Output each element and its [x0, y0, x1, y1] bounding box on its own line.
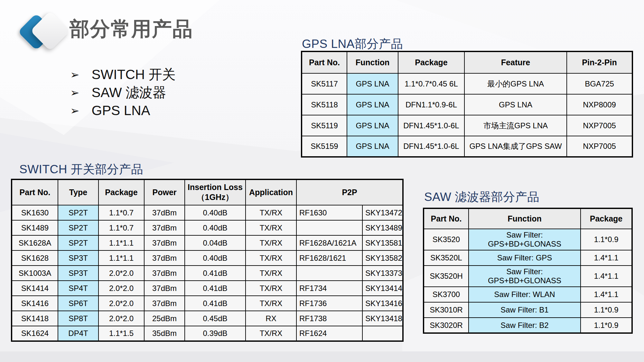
table-cell: 2.0*2.0 — [98, 296, 144, 311]
table-cell: 37dBm — [144, 220, 185, 235]
table-cell: RF1624 — [296, 326, 362, 341]
arrow-bullet-icon: ➢ — [70, 104, 79, 117]
table-cell: SK3520L — [424, 250, 469, 266]
table-cell: SP3T — [58, 266, 98, 281]
column-header: Part No. — [12, 179, 58, 205]
table-cell: SK3010R — [424, 302, 469, 318]
page-title: 部分常用产品 — [70, 15, 193, 42]
table-cell: 37dBm — [144, 235, 185, 250]
table-cell: SK5119 — [302, 115, 347, 136]
column-header: Power — [144, 179, 185, 205]
table-cell: BGA725 — [567, 73, 632, 94]
header-row: Part No. Function Package Feature Pin-2-… — [302, 51, 632, 73]
column-header: P2P — [296, 179, 403, 205]
table-cell: Saw Filter: B1 — [469, 302, 581, 318]
table-cell: 1.4*1.1 — [581, 287, 632, 302]
table-cell: 0.40dB — [185, 250, 246, 266]
bullet-label: SWITCH 开关 — [92, 66, 176, 84]
switch-table-title: SWITCH 开关部分产品 — [19, 161, 143, 177]
table-cell: SKY13418 — [362, 311, 403, 326]
table-cell: SK1489 — [12, 220, 58, 235]
column-header: Type — [58, 179, 98, 205]
table-cell: 2.0*2.0 — [98, 311, 144, 326]
table-cell: GPS LNA — [347, 136, 398, 157]
table-cell: 0.40dB — [185, 205, 246, 220]
table-cell: NXP7005 — [567, 136, 632, 157]
table-cell: NXP8009 — [567, 94, 632, 115]
table-cell: RX — [246, 311, 296, 326]
arrow-bullet-icon: ➢ — [70, 86, 79, 99]
table-cell: RF1628A/1621A — [296, 235, 362, 250]
table-cell: 25dBm — [144, 311, 185, 326]
table-cell: Saw Filter: GPS — [469, 250, 581, 266]
table-cell: 0.04dB — [185, 235, 246, 250]
table-cell: 2.0*2.0 — [98, 281, 144, 296]
table-row: SK5117GPS LNA1.1*0.7*0.45 6L最小的GPS LNABG… — [302, 73, 632, 94]
table-row: SK1416SP6T2.0*2.037dBm0.41dBTX/RXRF1736S… — [12, 296, 403, 311]
table-cell: GPS LNA — [347, 73, 398, 94]
column-header: Package — [581, 208, 632, 229]
table-cell: SP2T — [58, 235, 98, 250]
table-row: SK5118GPS LNADFN1.1*0.9-6LGPS LNANXP8009 — [302, 94, 632, 115]
table-row: SK3020RSaw Filter: B21.1*0.9 — [424, 318, 632, 333]
table-cell: 35dBm — [144, 326, 185, 341]
table-cell: SKY13581 — [362, 235, 403, 250]
table-cell: 市场主流GPS LNA — [464, 115, 567, 136]
table-row: SK1624DP4T1.1*1.535dBm0.39dBTX/RXRF1624 — [12, 326, 403, 341]
table-cell: 1.1*0.9 — [581, 302, 632, 318]
table-cell: SKY13489 — [362, 220, 403, 235]
table-cell: SK1628A — [12, 235, 58, 250]
table-row: SK1003ASP3T2.0*2.037dBm0.41dBTX/RXSKY133… — [12, 266, 403, 281]
table-cell: SP8T — [58, 311, 98, 326]
table-cell: 2.0*2.0 — [98, 266, 144, 281]
table-cell: DFN1.45*1.0-6L — [398, 115, 464, 136]
table-cell: TX/RX — [246, 296, 296, 311]
table-cell: SK1624 — [12, 326, 58, 341]
header-row: Part No. Type Package Power Insertion Lo… — [12, 179, 403, 205]
table-cell: RF1630 — [296, 205, 362, 220]
table-cell: SP6T — [58, 296, 98, 311]
table-cell: 1.1*1.5 — [98, 326, 144, 341]
table-row: SK1489SP2T1.1*0.737dBm0.40dBTX/RXSKY1348… — [12, 220, 403, 235]
column-header: Function — [347, 51, 398, 73]
table-cell: RF1738 — [296, 311, 362, 326]
table-cell: 1.1*0.7*0.45 6L — [398, 73, 464, 94]
saw-table-title: SAW 滤波器部分产品 — [424, 189, 539, 205]
table-cell: SP2T — [58, 205, 98, 220]
table-row: SK5119GPS LNADFN1.45*1.0-6L市场主流GPS LNANX… — [302, 115, 632, 136]
table-row: SK3520HSaw Filter: GPS+BD+GLONASS1.4*1.1 — [424, 266, 632, 287]
gps-table-title: GPS LNA部分产品 — [302, 36, 403, 52]
table-cell — [296, 220, 362, 235]
table-cell: TX/RX — [246, 281, 296, 296]
arrow-bullet-icon: ➢ — [70, 68, 79, 81]
table-cell: GPS LNA — [347, 115, 398, 136]
table-cell: Saw Filter: GPS+BD+GLONASS — [469, 266, 581, 287]
table-cell: TX/RX — [246, 205, 296, 220]
table-cell: SK1414 — [12, 281, 58, 296]
switch-table: Part No. Type Package Power Insertion Lo… — [11, 179, 404, 342]
table-cell: 1.1*1.1 — [98, 235, 144, 250]
table-cell: 37dBm — [144, 296, 185, 311]
table-cell: SK5117 — [302, 73, 347, 94]
table-cell: 0.41dB — [185, 296, 246, 311]
table-row: SK3520LSaw Filter: GPS1.4*1.1 — [424, 250, 632, 266]
table-cell: SK1630 — [12, 205, 58, 220]
table-cell: TX/RX — [246, 235, 296, 250]
table-cell: RF1628/1621 — [296, 250, 362, 266]
table-cell: SP4T — [58, 281, 98, 296]
column-header: Part No. — [424, 208, 469, 229]
column-header: Insertion Loss （1GHz） — [185, 179, 246, 205]
table-cell: Saw Filter: WLAN — [469, 287, 581, 302]
table-cell: 1.4*1.1 — [581, 250, 632, 266]
table-cell: 1.1*1.1 — [98, 250, 144, 266]
list-item: ➢ SWITCH 开关 — [70, 66, 176, 84]
list-item: ➢ SAW 滤波器 — [70, 84, 176, 102]
table-cell: SP3T — [58, 250, 98, 266]
table-cell: NXP7005 — [567, 115, 632, 136]
table-cell: TX/RX — [246, 326, 296, 341]
table-cell: 0.40dB — [185, 220, 246, 235]
table-cell: SKY13416 — [362, 296, 403, 311]
background-bottom-strip — [0, 351, 644, 362]
column-header: Feature — [464, 51, 567, 73]
table-cell: TX/RX — [246, 250, 296, 266]
